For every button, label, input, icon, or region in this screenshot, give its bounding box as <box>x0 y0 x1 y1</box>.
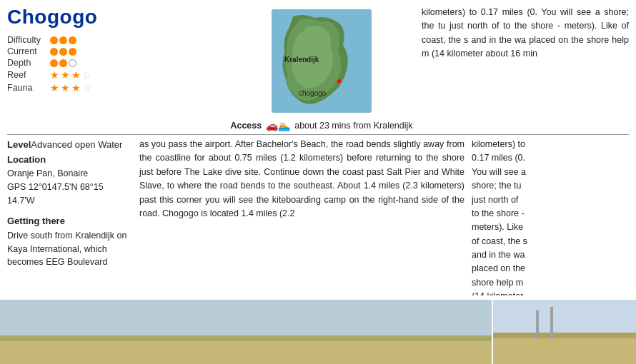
depth-dots <box>50 57 94 69</box>
svg-rect-5 <box>493 335 636 364</box>
dot <box>59 48 67 56</box>
left-column: Chogogo Difficulty C <box>7 6 229 131</box>
access-label: Access <box>230 121 262 131</box>
dot <box>50 36 58 44</box>
ratings-table: Difficulty Current <box>7 34 94 94</box>
level-title: LevelAdvanced open Water <box>7 138 132 152</box>
depth-label: Depth <box>7 57 50 69</box>
dot-empty <box>69 59 76 67</box>
star: ★ <box>50 82 59 93</box>
reef-label: Reef <box>7 69 50 81</box>
rating-difficulty: Difficulty <box>7 34 94 46</box>
map-label-kralendijk: Kralendijk <box>284 56 319 64</box>
star-half: ★ <box>71 69 81 81</box>
star: ★ <box>61 82 70 93</box>
rating-fauna: Fauna ★ ★ ★ ☆ <box>7 81 94 94</box>
page-title: Chogogo <box>7 6 229 29</box>
getting-there-text: Drive south from Kralendijk on Kaya Inte… <box>7 229 132 269</box>
map-marker: ● <box>337 76 342 86</box>
content-section: LevelAdvanced open Water Advanced open W… <box>0 138 636 295</box>
current-dots <box>50 46 94 57</box>
star-empty: ☆ <box>82 82 91 93</box>
location-place: Oranje Pan, Bonaire <box>7 167 132 181</box>
right-body-text: kilometers) to0.17 miles (0.You will see… <box>472 138 629 295</box>
bottom-images <box>0 300 636 364</box>
dot <box>59 59 67 67</box>
rating-reef: Reef ★ ★ ★ ☆ <box>7 69 94 81</box>
svg-rect-8 <box>536 310 539 339</box>
star-empty: ☆ <box>82 69 91 81</box>
coastal-image-right <box>493 300 636 364</box>
location-title: Location <box>7 153 132 167</box>
map-label-chogogo: chogogo <box>299 89 326 97</box>
star: ★ <box>61 69 70 81</box>
right-text-column: kilometers) to0.17 miles (0.You will see… <box>472 138 629 295</box>
fauna-stars: ★ ★ ★ ☆ <box>50 81 94 94</box>
section-divider <box>7 134 629 135</box>
right-top-text: kilometers) to 0.17 miles (0. You will s… <box>422 6 629 61</box>
access-bar: Access 🚗🏊 about 23 mins from Kralendijk <box>230 120 412 131</box>
svg-rect-7 <box>550 307 553 339</box>
main-text-column: as you pass the airport. After Bachelor'… <box>132 138 472 295</box>
bottom-image-right <box>493 300 636 364</box>
right-overflow-column: kilometers) to 0.17 miles (0. You will s… <box>414 6 629 131</box>
difficulty-dots <box>50 34 94 46</box>
info-column: LevelAdvanced open Water Advanced open W… <box>7 138 132 295</box>
middle-column: Kralendijk chogogo ● Access 🚗🏊 about 23 … <box>229 6 414 131</box>
location-text: Oranje Pan, Bonaire GPS 12°0147.5'N 68°1… <box>7 167 132 207</box>
boat-icon: 🚗🏊 <box>266 120 290 131</box>
difficulty-label: Difficulty <box>7 34 50 46</box>
star-half: ★ <box>71 82 81 93</box>
gps-text: GPS 12°0147.5'N 68°15 14.7'W <box>7 181 132 208</box>
access-distance: about 23 mins from Kralendijk <box>294 121 412 131</box>
current-label: Current <box>7 46 50 57</box>
rating-depth: Depth <box>7 57 94 69</box>
reef-stars: ★ ★ ★ ☆ <box>50 69 94 81</box>
dot <box>50 48 58 56</box>
main-body-text: as you pass the airport. After Bachelor'… <box>139 138 464 221</box>
fauna-label: Fauna <box>7 81 50 94</box>
dot <box>59 36 67 44</box>
getting-there-title: Getting there <box>7 214 132 228</box>
dot <box>69 48 76 56</box>
map-image: Kralendijk chogogo ● <box>272 9 372 113</box>
top-section: Chogogo Difficulty C <box>0 0 636 131</box>
star: ★ <box>50 69 59 81</box>
rating-current: Current <box>7 46 94 57</box>
page-container: Chogogo Difficulty C <box>0 0 636 364</box>
bottom-image-left <box>0 300 492 364</box>
svg-rect-2 <box>0 339 492 364</box>
svg-rect-6 <box>493 333 636 338</box>
svg-rect-4 <box>493 300 636 335</box>
svg-rect-3 <box>0 335 492 341</box>
dot <box>50 59 58 67</box>
svg-rect-1 <box>0 300 492 339</box>
dot <box>69 36 76 44</box>
coastal-image-left <box>0 300 492 364</box>
